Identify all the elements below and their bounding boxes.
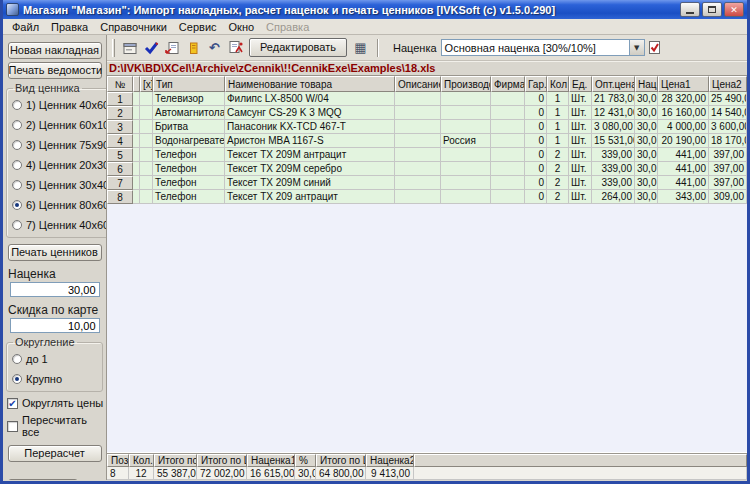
radio-selected-icon xyxy=(12,374,22,384)
table-row[interactable]: 1 Телевизор Филипс LX-8500 W/04 0 1 Шт. … xyxy=(107,92,747,106)
recalc-all-checkbox[interactable]: Пересчитать все xyxy=(7,414,106,438)
col-header-warranty[interactable]: Гар. xyxy=(525,76,547,92)
markup-input[interactable]: 30,00 xyxy=(10,282,100,297)
col-header-firm[interactable]: Фирма xyxy=(491,76,525,92)
minimize-icon xyxy=(686,12,694,14)
round-prices-checkbox[interactable]: ✔ Округлять цены xyxy=(7,397,106,409)
grid-icon[interactable]: ▦ xyxy=(351,38,370,57)
col-header-manufacturer[interactable]: Производств xyxy=(441,76,491,92)
menu-edit[interactable]: Правка xyxy=(45,20,94,34)
table-header-row: № [x] Тип Наименование товара Описание П… xyxy=(107,76,747,92)
import-document-icon[interactable] xyxy=(163,38,182,57)
radio-icon xyxy=(12,180,22,190)
checkbox-unchecked-icon xyxy=(7,421,18,432)
total-percent: 30,00 xyxy=(295,467,316,480)
col-header-number[interactable]: № xyxy=(107,76,133,92)
table-row[interactable]: 2 Автомагнитола Самсунг CS-29 K 3 MQQ 0 … xyxy=(107,106,747,120)
col-header-type[interactable]: Тип xyxy=(153,76,225,92)
cennik-option-2[interactable]: 2) Ценник 60x100 (2) xyxy=(7,115,107,135)
form-icon[interactable] xyxy=(121,38,140,57)
cennik-option-5[interactable]: 5) Ценник 30x40 (4) xyxy=(7,175,107,195)
maximize-icon xyxy=(708,6,716,13)
app-window: Магазин "Магазин": Импорт накладных, рас… xyxy=(0,0,750,484)
menu-window[interactable]: Окно xyxy=(223,20,261,34)
col-header-markup[interactable]: Нац. xyxy=(635,76,658,92)
discount-input[interactable]: 10,00 xyxy=(10,318,100,333)
rounding-option-coarse[interactable]: Крупно xyxy=(7,369,102,389)
recalc-button[interactable]: Перерасчет xyxy=(8,445,102,462)
note-icon[interactable] xyxy=(184,38,203,57)
markup-combobox[interactable]: Основная наценка [30%/10%] ▼ xyxy=(441,39,645,56)
print-register-button[interactable]: Печать ведомости xyxy=(8,62,102,79)
close-button[interactable]: ✕ xyxy=(724,2,744,17)
menu-service[interactable]: Сервис xyxy=(173,20,223,34)
rounding-group-label: Округление xyxy=(13,336,77,348)
window-title: Магазин "Магазин": Импорт накладных, рас… xyxy=(23,4,678,16)
col-header-selector[interactable] xyxy=(133,76,140,92)
cennik-option-1[interactable]: 1) Ценник 40x60 (3) xyxy=(7,95,107,115)
table-row[interactable]: 7 Телефон Тексет TX 209M синий 0 2 Шт. 3… xyxy=(107,176,747,190)
totals-header-row: Поз. Кол. Итого по опт. Итого по Цене1 Н… xyxy=(107,454,747,467)
maximize-button[interactable] xyxy=(702,2,722,17)
cennik-option-3[interactable]: 3) Ценник 75x90 (2) xyxy=(7,135,107,155)
app-icon xyxy=(6,3,19,16)
rounding-option-to1[interactable]: до 1 xyxy=(7,349,102,369)
totals-bar: Поз. Кол. Итого по опт. Итого по Цене1 Н… xyxy=(107,453,747,480)
radio-icon xyxy=(12,140,22,150)
cennik-option-7[interactable]: 7) Ценник 40x60 (3) xyxy=(7,215,107,235)
rounding-group: Округление до 1 Крупно xyxy=(6,336,103,392)
new-invoice-button[interactable]: Новая накладная xyxy=(8,42,102,59)
cennik-option-6[interactable]: 6) Ценник 80x60 (3) xyxy=(7,195,107,215)
menu-file[interactable]: Файл xyxy=(6,20,45,34)
discount-label: Скидка по карте xyxy=(8,303,106,317)
price-tag-type-group: Вид ценника 1) Ценник 40x60 (3) 2) Ценни… xyxy=(6,82,107,238)
totals-col-filler xyxy=(414,454,747,467)
checkbox-checked-icon: ✔ xyxy=(7,398,18,409)
totals-col-pos: Поз. xyxy=(107,454,129,467)
print-tags-button[interactable]: Печать ценников xyxy=(8,244,102,261)
recalc-document-icon[interactable] xyxy=(226,38,245,57)
total-price2: 64 800,00 xyxy=(316,467,366,480)
edit-button[interactable]: Редактировать xyxy=(249,38,347,57)
col-header-x[interactable]: [x] xyxy=(140,76,153,92)
totals-col-price1: Итого по Цене1 xyxy=(197,454,247,467)
total-price1: 72 002,00 xyxy=(197,467,247,480)
radio-icon xyxy=(12,120,22,130)
total-markup2: 9 413,00 xyxy=(366,467,414,480)
table-row[interactable]: 8 Телефон Тексет TX 209 антрацит 0 2 Шт.… xyxy=(107,190,747,204)
total-wholesale: 55 387,00 xyxy=(154,467,197,480)
totals-col-markup2: Наценка2 xyxy=(366,454,414,467)
setup-xl-button[interactable]: Настроить XL xyxy=(8,479,78,480)
totals-col-qty: Кол. xyxy=(129,454,154,467)
sidebar: Новая накладная Печать ведомости Вид цен… xyxy=(3,35,107,480)
markup-label: Наценка xyxy=(8,267,106,281)
recalc-all-label: Пересчитать все xyxy=(22,414,106,438)
menu-bar: Файл Правка Справочники Сервис Окно Спра… xyxy=(3,19,747,35)
toolbar-grip xyxy=(112,39,115,57)
menu-directories[interactable]: Справочники xyxy=(94,20,173,34)
col-header-description[interactable]: Описание xyxy=(395,76,441,92)
col-header-price1[interactable]: Цена1 xyxy=(658,76,709,92)
apply-markup-icon[interactable] xyxy=(646,38,665,57)
total-markup1: 16 615,00 xyxy=(247,467,295,480)
totals-values-row: 8 12 55 387,00 72 002,00 16 615,00 30,00… xyxy=(107,467,747,480)
table-row[interactable]: 3 Бритва Панасоник KX-TCD 467-T 0 1 Шт. … xyxy=(107,120,747,134)
col-header-wholesale[interactable]: Опт.цена xyxy=(592,76,635,92)
total-positions: 8 xyxy=(107,467,129,480)
table-row[interactable]: 5 Телефон Тексет TX 209M антрацит 0 2 Шт… xyxy=(107,148,747,162)
validate-icon[interactable] xyxy=(142,38,161,57)
col-header-name[interactable]: Наименование товара xyxy=(225,76,395,92)
chevron-down-icon[interactable]: ▼ xyxy=(629,40,644,55)
undo-icon[interactable]: ↶ xyxy=(205,38,224,57)
table-row[interactable]: 4 Водонагреватель Аристон MBA 1167-S Рос… xyxy=(107,134,747,148)
table-row[interactable]: 6 Телефон Тексет TX 209M серебро 0 2 Шт.… xyxy=(107,162,747,176)
round-prices-label: Округлять цены xyxy=(22,397,103,409)
total-quantity: 12 xyxy=(129,467,154,480)
toolbar-separator xyxy=(377,39,379,57)
minimize-button[interactable] xyxy=(680,2,700,17)
cennik-option-4[interactable]: 4) Ценник 20x30 (6) xyxy=(7,155,107,175)
col-header-qty[interactable]: Кол xyxy=(547,76,569,92)
col-header-price2[interactable]: Цена2 xyxy=(709,76,747,92)
col-header-unit[interactable]: Ед. xyxy=(569,76,592,92)
radio-icon xyxy=(12,220,22,230)
